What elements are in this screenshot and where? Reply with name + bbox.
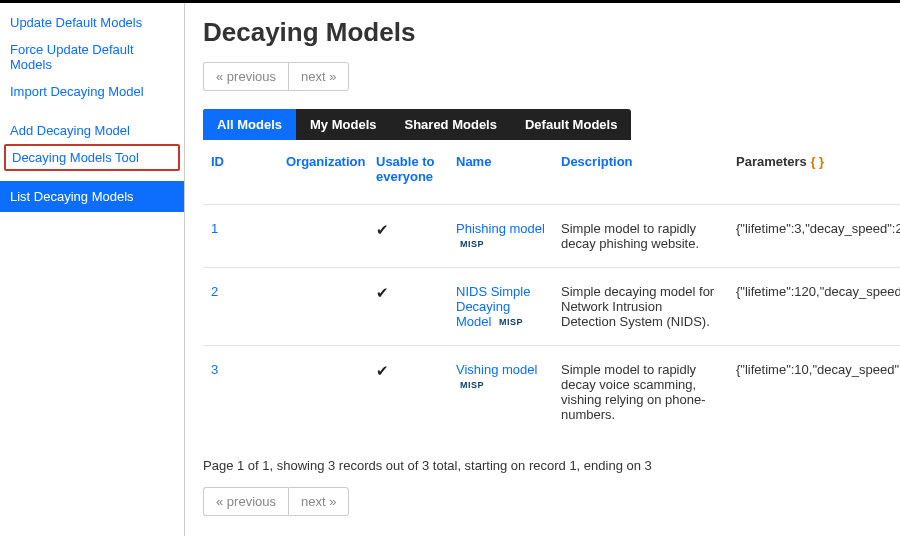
pager-prev-button[interactable]: « previous bbox=[203, 62, 288, 91]
check-icon: ✔ bbox=[376, 284, 389, 301]
table-row: 2✔NIDS Simple Decaying Model MISPSimple … bbox=[203, 268, 900, 346]
sidebar: Update Default Models Force Update Defau… bbox=[0, 3, 185, 536]
row-id-link[interactable]: 1 bbox=[211, 221, 218, 236]
misp-badge: MISP bbox=[460, 239, 484, 249]
sidebar-link-import[interactable]: Import Decaying Model bbox=[0, 78, 184, 105]
tab-all-models[interactable]: All Models bbox=[203, 109, 296, 140]
tab-shared-models[interactable]: Shared Models bbox=[390, 109, 510, 140]
row-description: Simple decaying model for Network Intrus… bbox=[553, 268, 728, 346]
misp-badge: MISP bbox=[499, 317, 523, 327]
tab-my-models[interactable]: My Models bbox=[296, 109, 390, 140]
th-description[interactable]: Description bbox=[553, 140, 728, 205]
sidebar-link-add-model[interactable]: Add Decaying Model bbox=[0, 117, 184, 144]
row-parameters: {"lifetime":120,"decay_speed":2.3,"thres… bbox=[728, 268, 900, 346]
table-row: 3✔Vishing model MISPSimple model to rapi… bbox=[203, 346, 900, 439]
sidebar-link-force-update[interactable]: Force Update Default Models bbox=[0, 36, 184, 78]
th-parameters-label: Parameters bbox=[736, 154, 807, 169]
row-parameters: {"lifetime":3,"decay_speed":2.3,"thresho… bbox=[728, 205, 900, 268]
page-title: Decaying Models bbox=[203, 17, 900, 48]
row-name-link[interactable]: Phishing model bbox=[456, 221, 545, 236]
pager-bottom: « previousnext » bbox=[203, 487, 900, 516]
row-description: Simple model to rapidly decay phishing w… bbox=[553, 205, 728, 268]
row-name-link[interactable]: Vishing model bbox=[456, 362, 537, 377]
pager-top: « previousnext » bbox=[203, 62, 900, 91]
pager-next-button-bottom[interactable]: next » bbox=[288, 487, 349, 516]
models-table: ID Organization Usable to everyone Name … bbox=[203, 140, 900, 438]
check-icon: ✔ bbox=[376, 221, 389, 238]
sidebar-link-tool-label: Decaying Models Tool bbox=[12, 150, 139, 165]
pager-prev-button-bottom[interactable]: « previous bbox=[203, 487, 288, 516]
row-id-link[interactable]: 3 bbox=[211, 362, 218, 377]
th-parameters[interactable]: Parameters { } bbox=[728, 140, 900, 205]
table-header-row: ID Organization Usable to everyone Name … bbox=[203, 140, 900, 205]
tab-default-models[interactable]: Default Models bbox=[511, 109, 631, 140]
main-content: Decaying Models « previousnext » All Mod… bbox=[185, 3, 900, 536]
row-org bbox=[278, 205, 368, 268]
braces-icon: { } bbox=[810, 154, 824, 169]
sidebar-link-update-default[interactable]: Update Default Models bbox=[0, 9, 184, 36]
row-org bbox=[278, 268, 368, 346]
row-description: Simple model to rapidly decay voice scam… bbox=[553, 346, 728, 439]
th-organization[interactable]: Organization bbox=[278, 140, 368, 205]
th-name[interactable]: Name bbox=[448, 140, 553, 205]
records-summary: Page 1 of 1, showing 3 records out of 3 … bbox=[203, 458, 900, 473]
table-row: 1✔Phishing model MISPSimple model to rap… bbox=[203, 205, 900, 268]
row-org bbox=[278, 346, 368, 439]
pager-next-button[interactable]: next » bbox=[288, 62, 349, 91]
row-parameters: {"lifetime":10,"decay_speed":2.3,"thresh… bbox=[728, 346, 900, 439]
row-id-link[interactable]: 2 bbox=[211, 284, 218, 299]
th-id[interactable]: ID bbox=[203, 140, 278, 205]
sidebar-link-tool-highlighted[interactable]: Decaying Models Tool bbox=[4, 144, 180, 171]
misp-badge: MISP bbox=[460, 380, 484, 390]
th-usable[interactable]: Usable to everyone bbox=[368, 140, 448, 205]
sidebar-link-list-models[interactable]: List Decaying Models bbox=[0, 181, 184, 212]
check-icon: ✔ bbox=[376, 362, 389, 379]
tabs: All Models My Models Shared Models Defau… bbox=[203, 109, 631, 140]
